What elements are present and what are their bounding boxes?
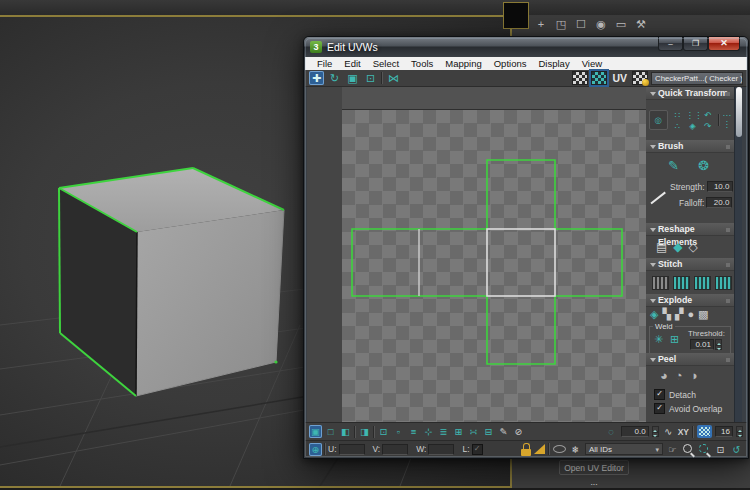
motion-tab-icon[interactable]: ◉ — [594, 18, 608, 31]
show-map-active-icon[interactable] — [591, 71, 607, 85]
paint-move-brush-icon[interactable]: ✎ — [668, 158, 679, 173]
align-rows-icon[interactable]: ≣ — [437, 425, 450, 438]
align-grid-icon[interactable]: ⊞ — [452, 425, 465, 438]
explode-header[interactable]: Explode — [646, 294, 734, 307]
rotate-ccw-icon[interactable]: ↶ — [701, 110, 715, 120]
minimize-button[interactable]: – — [658, 37, 683, 51]
menu-mapping[interactable]: Mapping — [439, 58, 487, 69]
stitch-custom-icon[interactable] — [652, 276, 669, 290]
strength-field[interactable]: 10.0 — [707, 181, 733, 192]
stitch-source-icon[interactable] — [694, 276, 711, 290]
lock-aspect-checkbox[interactable]: ✓ — [472, 444, 483, 455]
select-cube-icon[interactable]: ◧ — [339, 425, 352, 438]
align-h-icon[interactable]: ≡ — [407, 425, 420, 438]
peel-mode-icon[interactable]: ◔ — [675, 368, 683, 383]
menu-view[interactable]: View — [576, 58, 608, 69]
texture-checker-icon[interactable] — [632, 71, 648, 85]
stitch-target-icon[interactable] — [715, 276, 732, 290]
utilities-tab-icon[interactable]: ⚒ — [634, 18, 648, 31]
display-tab-icon[interactable]: ▭ — [614, 18, 628, 31]
rotate-tool-icon[interactable]: ↻ — [327, 71, 342, 85]
scale-tool-icon[interactable]: ▣ — [345, 71, 360, 85]
edit-uvws-window[interactable]: 3 Edit UVWs – ❐ ✕ File Edit Select Tools… — [303, 36, 749, 459]
transform-typein-icon[interactable]: ⊕ — [309, 443, 322, 456]
lock-selection-icon[interactable] — [521, 443, 531, 456]
select-square-icon[interactable]: □ — [324, 425, 337, 438]
flatten-by-angle-icon[interactable]: ▚ — [662, 308, 670, 321]
flatten-by-material-icon[interactable]: ● — [687, 308, 694, 321]
paint-deselect-icon[interactable]: ⊘ — [512, 425, 525, 438]
zoom-region-icon[interactable] — [698, 443, 711, 456]
material-id-dropdown[interactable]: All IDs ▾ — [585, 443, 663, 455]
uv-selected-face[interactable] — [487, 229, 555, 296]
align-corner-icon[interactable]: ∴ — [671, 121, 685, 131]
maximize-button[interactable]: ❐ — [683, 37, 708, 51]
menu-select[interactable]: Select — [367, 58, 405, 69]
zoom-extents-icon[interactable]: ⊡ — [714, 443, 727, 456]
menu-edit[interactable]: Edit — [338, 58, 366, 69]
pack-icon[interactable]: ⊟ — [482, 425, 495, 438]
grid-size-spinner[interactable] — [736, 426, 743, 437]
falloff-field[interactable]: 20.0 — [706, 197, 732, 208]
u-field[interactable] — [339, 444, 365, 455]
v-field[interactable] — [382, 444, 408, 455]
distribute-icon[interactable]: ∺ — [467, 425, 480, 438]
freeform-tool-icon[interactable]: ⊡ — [363, 71, 378, 85]
stitch-header[interactable]: Stitch — [646, 258, 734, 271]
menu-display[interactable]: Display — [532, 58, 575, 69]
angle-snap-icon[interactable] — [534, 444, 545, 454]
align-dots-icon[interactable]: ∷ — [671, 110, 685, 120]
pelt-map-icon[interactable]: ◑ — [690, 368, 698, 383]
mirror-tool-icon[interactable]: ⋈ — [386, 71, 401, 85]
select-element-icon[interactable]: ▣ — [309, 425, 322, 438]
hierarchy-tab-icon[interactable]: ☐ — [574, 18, 588, 31]
menu-options[interactable]: Options — [488, 58, 533, 69]
falloff-curve-icon[interactable]: ∿ — [662, 425, 675, 438]
paint-select-icon[interactable]: ✎ — [497, 425, 510, 438]
quick-transform-header[interactable]: Quick Transform — [646, 87, 734, 100]
texture-dropdown[interactable]: CheckerPatt...( Checker ) ▾ — [651, 72, 743, 85]
arc-rotate-icon[interactable]: ↺ — [730, 443, 743, 456]
soft-selection-icon[interactable]: ◌ — [605, 425, 618, 438]
threshold-field[interactable]: 0.01 — [690, 339, 714, 350]
weld-selected-icon[interactable]: ✳ — [654, 333, 663, 346]
create-tab-icon[interactable]: + — [534, 18, 548, 30]
soft-selection-field[interactable]: 0.0 — [621, 426, 649, 437]
menu-file[interactable]: File — [311, 58, 338, 69]
falloff-space-grid-icon[interactable] — [697, 425, 712, 438]
reshape-elements-header[interactable]: Reshape Elements — [646, 223, 734, 236]
space-vertical2-icon[interactable]: ⋮ — [723, 120, 732, 129]
cube[interactable] — [59, 168, 284, 396]
move-tool-icon[interactable]: ✚ — [309, 71, 324, 85]
space-vertical-icon[interactable]: ⋮⋮ — [686, 110, 700, 120]
freeze-icon[interactable]: ❄ — [569, 443, 582, 456]
threshold-spinner[interactable] — [715, 339, 722, 350]
filter-faces-icon[interactable] — [553, 445, 566, 453]
flatten-by-smoothing-icon[interactable]: ▞ — [675, 308, 683, 321]
rotate-cw-icon[interactable]: ↷ — [701, 121, 715, 131]
peel-header[interactable]: Peel — [646, 353, 734, 366]
avoid-overlap-checkbox[interactable]: ✓ — [654, 403, 665, 414]
uv-space-label[interactable]: UV — [612, 72, 627, 84]
xy-space-button[interactable]: XY — [678, 427, 689, 437]
open-uv-editor-button[interactable]: Open UV Editor ... — [559, 460, 629, 475]
quick-transform-mode-button[interactable]: ◎ — [649, 110, 668, 130]
align-cross-icon[interactable]: ⊹ — [422, 425, 435, 438]
pan-icon[interactable]: ☞ — [666, 443, 679, 456]
linear-align-icon[interactable]: ◈ — [686, 121, 700, 131]
flatten-custom-icon[interactable]: ▩ — [698, 308, 708, 321]
grid-size-field[interactable]: 16 — [715, 426, 733, 437]
close-button[interactable]: ✕ — [708, 37, 740, 51]
quick-peel-icon[interactable]: ◕ — [660, 368, 668, 383]
detach-checkbox[interactable]: ✓ — [654, 389, 665, 400]
shrink-selection-icon[interactable]: ▫ — [392, 425, 405, 438]
uv-canvas[interactable] — [307, 87, 646, 422]
w-field[interactable] — [428, 444, 454, 455]
brush-header[interactable]: Brush — [646, 140, 734, 153]
rectangularize-icon[interactable]: ◇ — [689, 240, 698, 254]
weld-all-icon[interactable]: ⊞ — [670, 333, 679, 346]
relax-brush-icon[interactable]: ❂ — [698, 158, 709, 173]
zoom-icon[interactable] — [682, 443, 695, 456]
relax-until-flat-icon[interactable]: ▤ — [656, 240, 667, 254]
show-map-icon[interactable] — [572, 71, 588, 85]
